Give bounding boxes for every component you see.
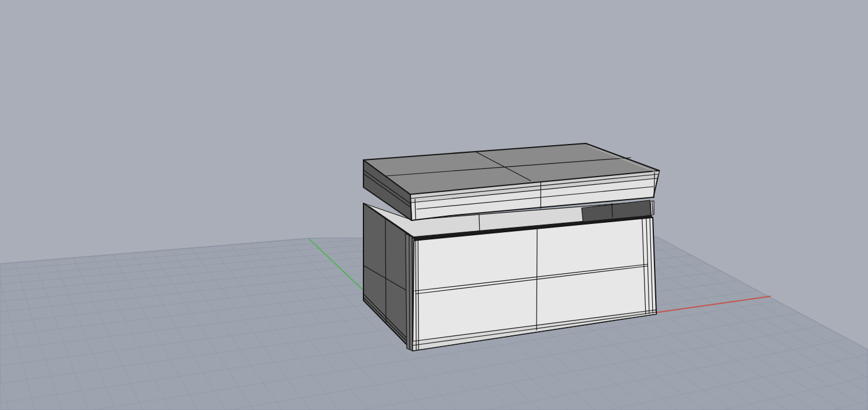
scene-canvas — [0, 0, 868, 410]
viewport-3d — [0, 0, 868, 410]
